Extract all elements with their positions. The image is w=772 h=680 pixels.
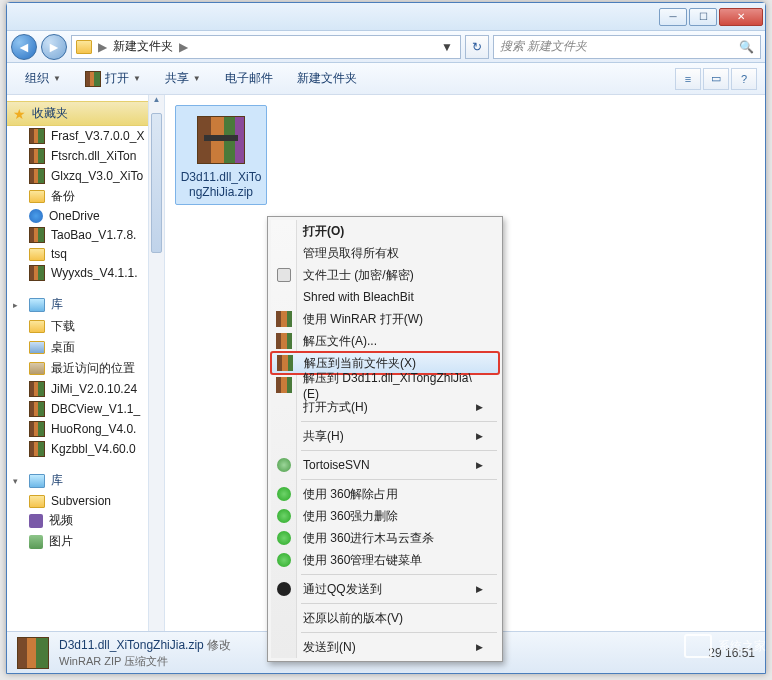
menu-extract-files[interactable]: 解压文件(A)... (271, 330, 499, 352)
sidebar-item[interactable]: 桌面 (7, 337, 164, 358)
folder-icon (29, 248, 45, 261)
sidebar-item[interactable]: 下载 (7, 316, 164, 337)
watermark: 系统之家 (684, 634, 766, 658)
separator (301, 574, 497, 575)
sidebar-item[interactable]: tsq (7, 245, 164, 263)
address-bar[interactable]: ▶ 新建文件夹 ▶ ▼ (71, 35, 461, 59)
file-item-selected[interactable]: D3d11.dll_XiTongZhiJia.zip (175, 105, 267, 205)
sidebar-item[interactable]: Ftsrch.dll_XiTon (7, 146, 164, 166)
sidebar-item[interactable]: OneDrive (7, 207, 164, 225)
sidebar-item[interactable]: DBCView_V1.1_ (7, 399, 164, 419)
separator (301, 450, 497, 451)
rar-icon (29, 441, 45, 457)
titlebar: ─ ☐ ✕ (7, 3, 765, 31)
winrar-icon (276, 333, 292, 349)
menu-qq-send[interactable]: 通过QQ发送到▶ (271, 578, 499, 600)
toolbar: 组织▼ 打开▼ 共享▼ 电子邮件 新建文件夹 ≡ ▭ ? (7, 63, 765, 95)
sidebar-item[interactable]: JiMi_V2.0.10.24 (7, 379, 164, 399)
menu-admin-ownership[interactable]: 管理员取得所有权 (271, 242, 499, 264)
search-input[interactable]: 搜索 新建文件夹 🔍 (493, 35, 761, 59)
share-menu[interactable]: 共享▼ (155, 66, 211, 91)
archive-icon (17, 637, 49, 669)
menu-open[interactable]: 打开(O) (271, 220, 499, 242)
breadcrumb-item[interactable]: 新建文件夹 (109, 38, 177, 55)
sidebar-item[interactable]: 最近访问的位置 (7, 358, 164, 379)
libraries-header[interactable]: ▸库 (7, 293, 164, 316)
folder-icon (76, 40, 92, 54)
rar-icon (29, 148, 45, 164)
sidebar-item[interactable]: Glxzq_V3.0_XiTo (7, 166, 164, 186)
archive-icon (197, 116, 245, 164)
address-dropdown[interactable]: ▼ (438, 40, 456, 54)
back-button[interactable]: ◄ (11, 34, 37, 60)
rar-icon (29, 381, 45, 397)
sidebar-item[interactable]: Kgzbbl_V4.60.0 (7, 439, 164, 459)
menu-file-guard[interactable]: 文件卫士 (加密/解密) (271, 264, 499, 286)
sidebar-item[interactable]: Frasf_V3.7.0.0_X (7, 126, 164, 146)
winrar-icon (85, 71, 101, 87)
rar-icon (29, 168, 45, 184)
360-icon (277, 487, 291, 501)
new-folder-button[interactable]: 新建文件夹 (287, 66, 367, 91)
star-icon: ★ (13, 106, 26, 122)
close-button[interactable]: ✕ (719, 8, 763, 26)
nav-bar: ◄ ► ▶ 新建文件夹 ▶ ▼ ↻ 搜索 新建文件夹 🔍 (7, 31, 765, 63)
refresh-button[interactable]: ↻ (465, 35, 489, 59)
minimize-button[interactable]: ─ (659, 8, 687, 26)
maximize-button[interactable]: ☐ (689, 8, 717, 26)
menu-share[interactable]: 共享(H)▶ (271, 425, 499, 447)
status-modified-label: 修改 (207, 638, 231, 652)
rar-icon (29, 421, 45, 437)
sidebar-item[interactable]: Subversion (7, 492, 164, 510)
menu-extract-to[interactable]: 解压到 D3d11.dll_XiTongZhiJia\(E) (271, 374, 499, 396)
separator (301, 603, 497, 604)
scroll-thumb[interactable] (151, 113, 162, 253)
email-button[interactable]: 电子邮件 (215, 66, 283, 91)
preview-pane-button[interactable]: ▭ (703, 68, 729, 90)
libraries2-header[interactable]: ▾库 (7, 469, 164, 492)
menu-shred[interactable]: Shred with BleachBit (271, 286, 499, 308)
sidebar-item[interactable]: HuoRong_V4.0. (7, 419, 164, 439)
sidebar-scrollbar[interactable]: ▲ ▼ (148, 95, 164, 645)
winrar-icon (276, 311, 292, 327)
submenu-arrow-icon: ▶ (476, 584, 483, 594)
menu-tortoisesvn[interactable]: TortoiseSVN▶ (271, 454, 499, 476)
separator (301, 632, 497, 633)
video-icon (29, 514, 43, 528)
sidebar-item[interactable]: Wyyxds_V4.1.1. (7, 263, 164, 283)
favorites-header[interactable]: ★收藏夹 (7, 101, 164, 126)
scroll-up-icon[interactable]: ▲ (149, 95, 164, 111)
organize-menu[interactable]: 组织▼ (15, 66, 71, 91)
open-menu[interactable]: 打开▼ (75, 66, 151, 91)
rar-icon (29, 128, 45, 144)
menu-360-scan[interactable]: 使用 360进行木马云查杀 (271, 527, 499, 549)
menu-360-delete[interactable]: 使用 360强力删除 (271, 505, 499, 527)
view-options-button[interactable]: ≡ (675, 68, 701, 90)
menu-send-to[interactable]: 发送到(N)▶ (271, 636, 499, 658)
menu-winrar-open[interactable]: 使用 WinRAR 打开(W) (271, 308, 499, 330)
search-placeholder: 搜索 新建文件夹 (500, 38, 587, 55)
chevron-right-icon: ▶ (96, 40, 109, 54)
menu-360-rightclick[interactable]: 使用 360管理右键菜单 (271, 549, 499, 571)
submenu-arrow-icon: ▶ (476, 402, 483, 412)
sidebar-item[interactable]: 备份 (7, 186, 164, 207)
picture-icon (29, 535, 43, 549)
separator (301, 421, 497, 422)
360-icon (277, 509, 291, 523)
file-name: D3d11.dll_XiTongZhiJia.zip (180, 170, 262, 200)
tortoise-icon (277, 458, 291, 472)
menu-open-with[interactable]: 打开方式(H)▶ (271, 396, 499, 418)
lock-icon (277, 268, 291, 282)
recent-icon (29, 362, 45, 375)
help-button[interactable]: ? (731, 68, 757, 90)
forward-button[interactable]: ► (41, 34, 67, 60)
sidebar-item[interactable]: 视频 (7, 510, 164, 531)
desktop-icon (29, 341, 45, 354)
onedrive-icon (29, 209, 43, 223)
menu-360-unlock[interactable]: 使用 360解除占用 (271, 483, 499, 505)
menu-restore-versions[interactable]: 还原以前的版本(V) (271, 607, 499, 629)
sidebar-item[interactable]: TaoBao_V1.7.8. (7, 225, 164, 245)
sidebar-item[interactable]: 图片 (7, 531, 164, 552)
folder-icon (29, 190, 45, 203)
chevron-right-icon: ▶ (177, 40, 190, 54)
